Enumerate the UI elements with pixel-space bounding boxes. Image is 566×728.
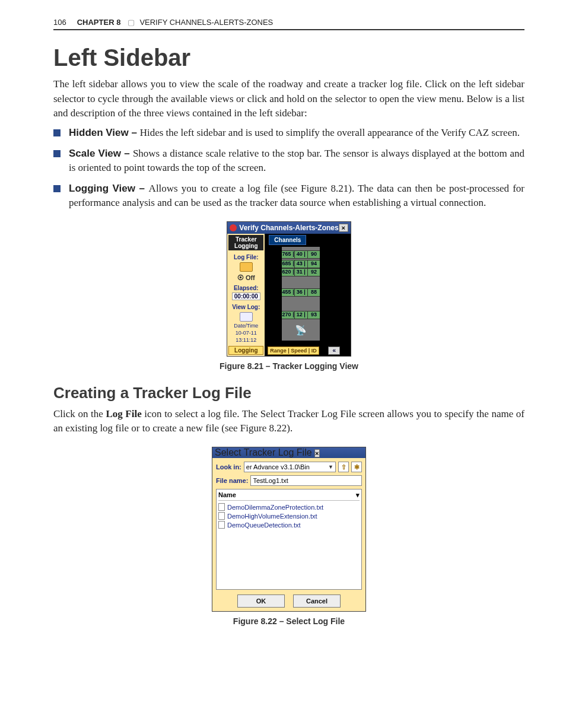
log-file-label: Log File: [228, 254, 263, 260]
file-item[interactable]: DemoDilemmaZoneProtection.txt [218, 503, 360, 511]
header-rule [53, 29, 524, 30]
filename-label: File name: [216, 477, 248, 484]
datetime-label: Date/Time [228, 323, 263, 329]
figure-8-22: Select Tracker Log File × Look in: er Ad… [53, 447, 524, 626]
file-icon [218, 521, 225, 529]
file-listbox[interactable]: Name▾ DemoDilemmaZoneProtection.txt Demo… [216, 489, 362, 590]
file-item[interactable]: DemoHighVolumeExtension.txt [218, 511, 360, 520]
bullet-icon [53, 129, 61, 136]
vehicle-row: 685 |43 |94 [282, 260, 320, 268]
lane-display: 765 |40 |90 685 |43 |94 620 |31 |92 455 … [282, 247, 320, 341]
filename-row: File name: [216, 475, 362, 486]
list-item: Hidden View – Hides the left sidebar and… [53, 126, 524, 141]
time-value: 13:11:12 [228, 338, 263, 344]
up-folder-icon[interactable]: ⇧ [338, 462, 349, 472]
logging-tab[interactable]: Logging [228, 346, 263, 355]
figure-8-21: Verify Channels-Alerts-Zones × Tracker L… [53, 221, 524, 371]
date-value: 10-07-11 [228, 330, 263, 336]
file-item[interactable]: DemoQueueDetection.txt [218, 520, 360, 529]
chapter-label: CHAPTER 8 [77, 18, 121, 27]
collapse-button[interactable]: « [328, 346, 340, 355]
page-number: 106 [53, 18, 66, 27]
list-item: Scale View – Shows a distance scale rela… [53, 147, 524, 176]
window-title: Select Tracker Log File [215, 447, 312, 457]
ok-button[interactable]: OK [237, 595, 285, 608]
intro-paragraph: The left sidebar allows you to view the … [53, 77, 524, 121]
chevron-down-icon: ▼ [328, 464, 333, 470]
list-item-text: Logging View – Allows you to create a lo… [69, 182, 524, 211]
bullet-icon [53, 150, 61, 157]
list-item-text: Scale View – Shows a distance scale rela… [69, 147, 524, 176]
subsection-paragraph: Click on the Log File icon to select a l… [53, 407, 524, 436]
tracker-logging-sidebar: Tracker Logging Log File: ⦿ Off Elapsed:… [227, 234, 265, 356]
close-icon[interactable]: × [314, 449, 319, 457]
folder-icon[interactable] [240, 262, 253, 272]
channels-tab[interactable]: Channels [269, 235, 306, 245]
file-icon [218, 503, 225, 511]
view-log-icon[interactable] [240, 312, 253, 322]
window-titlebar: Select Tracker Log File × [212, 447, 365, 458]
record-off-icon[interactable]: ⦿ Off [228, 274, 263, 281]
page-header: 106 CHAPTER 8 ▢ VERIFY CHANNELS-ALERTS-Z… [53, 18, 524, 27]
file-icon [218, 512, 225, 520]
sensor-icon: 📡 [295, 325, 307, 336]
filename-input[interactable] [250, 475, 362, 486]
vehicle-row: 620 |31 |92 [282, 268, 320, 276]
chapter-title: VERIFY CHANNELS-ALERTS-ZONES [139, 18, 273, 27]
subsection-title: Creating a Tracker Log File [53, 384, 524, 402]
list-header[interactable]: Name▾ [218, 491, 360, 501]
header-square-icon: ▢ [128, 18, 135, 27]
elapsed-label: Elapsed: [228, 285, 263, 291]
new-folder-icon[interactable]: ✱ [351, 462, 362, 472]
sort-arrow-icon: ▾ [356, 491, 360, 499]
range-speed-id-tabs[interactable]: Range | Speed | ID [268, 346, 319, 355]
log-file-bold: Log File [106, 408, 141, 419]
app-icon [230, 224, 237, 231]
vehicle-row: 270 |12 |93 [282, 311, 320, 319]
bullet-icon [53, 185, 61, 192]
window-titlebar: Verify Channels-Alerts-Zones × [227, 222, 350, 234]
elapsed-value: 00:00:00 [232, 293, 260, 300]
section-title: Left Sidebar [53, 44, 524, 71]
vehicle-row: 765 |40 |90 [282, 250, 320, 259]
list-item-text: Hidden View – Hides the left sidebar and… [69, 126, 524, 141]
view-log-label: View Log: [228, 304, 263, 310]
list-item-body: Hides the left sidebar and is used to si… [140, 127, 520, 138]
dialog-button-row: OK Cancel [216, 595, 362, 608]
list-item-lead: Logging View – [69, 183, 149, 194]
window-title: Verify Channels-Alerts-Zones [239, 224, 338, 232]
figure-8-21-caption: Figure 8.21 – Tracker Logging View [53, 361, 524, 371]
close-icon[interactable]: × [339, 224, 348, 232]
lookin-select[interactable]: er Advance v3.1.0\Bin▼ [244, 462, 336, 472]
lookin-row: Look in: er Advance v3.1.0\Bin▼ ⇧ ✱ [216, 462, 362, 472]
bullet-list: Hidden View – Hides the left sidebar and… [53, 126, 524, 211]
vehicle-row: 455 |36 |88 [282, 288, 320, 297]
verify-caz-window: Verify Channels-Alerts-Zones × Tracker L… [227, 221, 351, 357]
list-item-body: Shows a distance scale relative to the s… [69, 148, 524, 174]
list-item: Logging View – Allows you to create a lo… [53, 182, 524, 211]
lookin-label: Look in: [216, 463, 241, 471]
channels-pane: Channels 765 |40 |90 685 |43 |94 620 |31… [265, 234, 342, 356]
select-log-file-window: Select Tracker Log File × Look in: er Ad… [212, 447, 366, 612]
cancel-button[interactable]: Cancel [293, 595, 341, 608]
list-item-lead: Scale View – [69, 148, 133, 159]
sidebar-tab[interactable]: Tracker Logging [228, 235, 263, 250]
list-item-lead: Hidden View – [69, 127, 140, 138]
figure-8-22-caption: Figure 8.22 – Select Log File [53, 616, 524, 626]
